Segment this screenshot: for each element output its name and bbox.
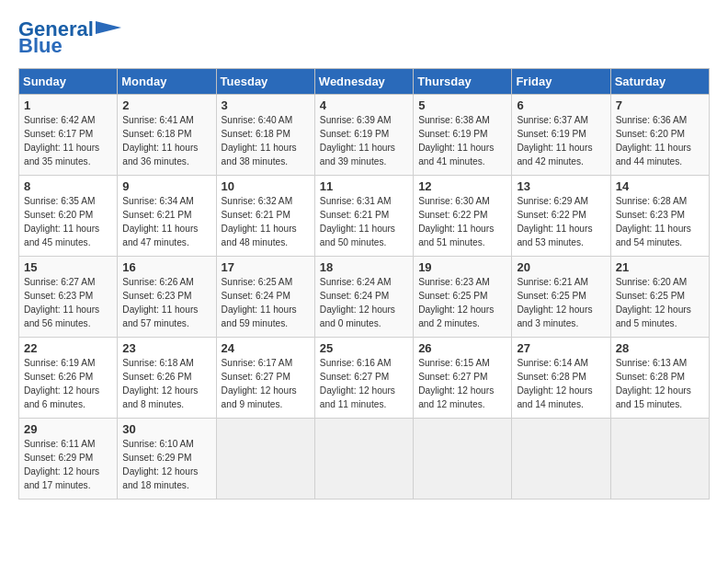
calendar-cell <box>314 419 413 500</box>
calendar-cell: 17Sunrise: 6:25 AMSunset: 6:24 PMDayligh… <box>216 257 314 338</box>
day-number: 23 <box>122 341 210 355</box>
calendar-cell: 30Sunrise: 6:10 AMSunset: 6:29 PMDayligh… <box>118 419 216 500</box>
calendar-cell: 2Sunrise: 6:41 AMSunset: 6:18 PMDaylight… <box>118 95 216 176</box>
day-number: 17 <box>222 260 310 274</box>
day-info: Sunrise: 6:20 AMSunset: 6:25 PMDaylight:… <box>616 276 704 330</box>
day-number: 1 <box>24 98 112 112</box>
calendar-cell: 25Sunrise: 6:16 AMSunset: 6:27 PMDayligh… <box>314 338 413 419</box>
calendar-cell: 18Sunrise: 6:24 AMSunset: 6:24 PMDayligh… <box>314 257 413 338</box>
day-number: 12 <box>418 179 506 193</box>
day-number: 20 <box>517 260 605 274</box>
day-info: Sunrise: 6:40 AMSunset: 6:18 PMDaylight:… <box>222 114 310 168</box>
calendar-cell <box>512 419 610 500</box>
calendar-cell: 9Sunrise: 6:34 AMSunset: 6:21 PMDaylight… <box>118 176 216 257</box>
calendar-cell: 19Sunrise: 6:23 AMSunset: 6:25 PMDayligh… <box>414 257 512 338</box>
calendar-cell: 27Sunrise: 6:14 AMSunset: 6:28 PMDayligh… <box>512 338 610 419</box>
day-of-week-header: Sunday <box>19 69 118 95</box>
day-info: Sunrise: 6:37 AMSunset: 6:19 PMDaylight:… <box>517 114 605 168</box>
day-number: 8 <box>24 179 112 193</box>
day-info: Sunrise: 6:26 AMSunset: 6:23 PMDaylight:… <box>122 276 210 330</box>
day-number: 27 <box>517 341 605 355</box>
day-of-week-header: Saturday <box>610 69 709 95</box>
day-number: 13 <box>517 179 605 193</box>
day-number: 25 <box>320 341 408 355</box>
logo-arrow-icon <box>96 21 121 34</box>
calendar-cell: 23Sunrise: 6:18 AMSunset: 6:26 PMDayligh… <box>118 338 216 419</box>
day-number: 9 <box>122 179 210 193</box>
calendar-week-row: 1Sunrise: 6:42 AMSunset: 6:17 PMDaylight… <box>19 95 710 176</box>
calendar-cell: 8Sunrise: 6:35 AMSunset: 6:20 PMDaylight… <box>19 176 118 257</box>
calendar-cell: 11Sunrise: 6:31 AMSunset: 6:21 PMDayligh… <box>314 176 413 257</box>
day-of-week-header: Wednesday <box>314 69 413 95</box>
day-info: Sunrise: 6:18 AMSunset: 6:26 PMDaylight:… <box>122 357 210 411</box>
calendar-cell: 20Sunrise: 6:21 AMSunset: 6:25 PMDayligh… <box>512 257 610 338</box>
day-number: 18 <box>320 260 408 274</box>
day-info: Sunrise: 6:16 AMSunset: 6:27 PMDaylight:… <box>320 357 408 411</box>
day-number: 10 <box>222 179 310 193</box>
day-info: Sunrise: 6:19 AMSunset: 6:26 PMDaylight:… <box>24 357 112 411</box>
day-of-week-header: Friday <box>512 69 610 95</box>
calendar-week-row: 8Sunrise: 6:35 AMSunset: 6:20 PMDaylight… <box>19 176 710 257</box>
calendar-cell: 3Sunrise: 6:40 AMSunset: 6:18 PMDaylight… <box>216 95 314 176</box>
day-info: Sunrise: 6:29 AMSunset: 6:22 PMDaylight:… <box>517 195 605 249</box>
day-info: Sunrise: 6:13 AMSunset: 6:28 PMDaylight:… <box>616 357 704 411</box>
logo: General Blue <box>18 18 121 57</box>
calendar-week-row: 15Sunrise: 6:27 AMSunset: 6:23 PMDayligh… <box>19 257 710 338</box>
day-info: Sunrise: 6:30 AMSunset: 6:22 PMDaylight:… <box>418 195 506 249</box>
day-number: 4 <box>320 98 408 112</box>
day-info: Sunrise: 6:10 AMSunset: 6:29 PMDaylight:… <box>122 438 210 492</box>
day-info: Sunrise: 6:25 AMSunset: 6:24 PMDaylight:… <box>222 276 310 330</box>
day-number: 5 <box>418 98 506 112</box>
day-number: 29 <box>24 422 112 436</box>
calendar-cell <box>216 419 314 500</box>
calendar-week-row: 29Sunrise: 6:11 AMSunset: 6:29 PMDayligh… <box>19 419 710 500</box>
calendar-cell: 7Sunrise: 6:36 AMSunset: 6:20 PMDaylight… <box>610 95 709 176</box>
calendar-cell <box>414 419 512 500</box>
day-info: Sunrise: 6:23 AMSunset: 6:25 PMDaylight:… <box>418 276 506 330</box>
calendar-cell: 15Sunrise: 6:27 AMSunset: 6:23 PMDayligh… <box>19 257 118 338</box>
day-of-week-header: Tuesday <box>216 69 314 95</box>
calendar-cell: 29Sunrise: 6:11 AMSunset: 6:29 PMDayligh… <box>19 419 118 500</box>
day-info: Sunrise: 6:28 AMSunset: 6:23 PMDaylight:… <box>616 195 704 249</box>
day-number: 16 <box>122 260 210 274</box>
day-of-week-header: Monday <box>118 69 216 95</box>
calendar-cell: 1Sunrise: 6:42 AMSunset: 6:17 PMDaylight… <box>19 95 118 176</box>
day-number: 24 <box>222 341 310 355</box>
day-number: 26 <box>418 341 506 355</box>
calendar-cell: 14Sunrise: 6:28 AMSunset: 6:23 PMDayligh… <box>610 176 709 257</box>
day-info: Sunrise: 6:42 AMSunset: 6:17 PMDaylight:… <box>24 114 112 168</box>
calendar-cell: 13Sunrise: 6:29 AMSunset: 6:22 PMDayligh… <box>512 176 610 257</box>
day-number: 30 <box>122 422 210 436</box>
day-of-week-header: Thursday <box>414 69 512 95</box>
day-info: Sunrise: 6:14 AMSunset: 6:28 PMDaylight:… <box>517 357 605 411</box>
day-number: 11 <box>320 179 408 193</box>
calendar-week-row: 22Sunrise: 6:19 AMSunset: 6:26 PMDayligh… <box>19 338 710 419</box>
calendar-cell: 16Sunrise: 6:26 AMSunset: 6:23 PMDayligh… <box>118 257 216 338</box>
page-header: General Blue <box>18 18 710 57</box>
calendar-cell: 12Sunrise: 6:30 AMSunset: 6:22 PMDayligh… <box>414 176 512 257</box>
calendar-cell: 28Sunrise: 6:13 AMSunset: 6:28 PMDayligh… <box>610 338 709 419</box>
day-info: Sunrise: 6:31 AMSunset: 6:21 PMDaylight:… <box>320 195 408 249</box>
day-info: Sunrise: 6:15 AMSunset: 6:27 PMDaylight:… <box>418 357 506 411</box>
calendar-cell: 4Sunrise: 6:39 AMSunset: 6:19 PMDaylight… <box>314 95 413 176</box>
day-info: Sunrise: 6:38 AMSunset: 6:19 PMDaylight:… <box>418 114 506 168</box>
day-number: 3 <box>222 98 310 112</box>
day-number: 15 <box>24 260 112 274</box>
logo-blue-text: Blue <box>18 35 63 57</box>
calendar-table: SundayMondayTuesdayWednesdayThursdayFrid… <box>18 68 710 500</box>
day-info: Sunrise: 6:24 AMSunset: 6:24 PMDaylight:… <box>320 276 408 330</box>
day-info: Sunrise: 6:35 AMSunset: 6:20 PMDaylight:… <box>24 195 112 249</box>
day-number: 21 <box>616 260 704 274</box>
day-info: Sunrise: 6:21 AMSunset: 6:25 PMDaylight:… <box>517 276 605 330</box>
calendar-cell: 21Sunrise: 6:20 AMSunset: 6:25 PMDayligh… <box>610 257 709 338</box>
day-info: Sunrise: 6:36 AMSunset: 6:20 PMDaylight:… <box>616 114 704 168</box>
day-info: Sunrise: 6:32 AMSunset: 6:21 PMDaylight:… <box>222 195 310 249</box>
day-number: 7 <box>616 98 704 112</box>
day-info: Sunrise: 6:41 AMSunset: 6:18 PMDaylight:… <box>122 114 210 168</box>
day-number: 6 <box>517 98 605 112</box>
calendar-cell <box>610 419 709 500</box>
calendar-cell: 26Sunrise: 6:15 AMSunset: 6:27 PMDayligh… <box>414 338 512 419</box>
day-info: Sunrise: 6:27 AMSunset: 6:23 PMDaylight:… <box>24 276 112 330</box>
day-number: 14 <box>616 179 704 193</box>
day-info: Sunrise: 6:34 AMSunset: 6:21 PMDaylight:… <box>122 195 210 249</box>
